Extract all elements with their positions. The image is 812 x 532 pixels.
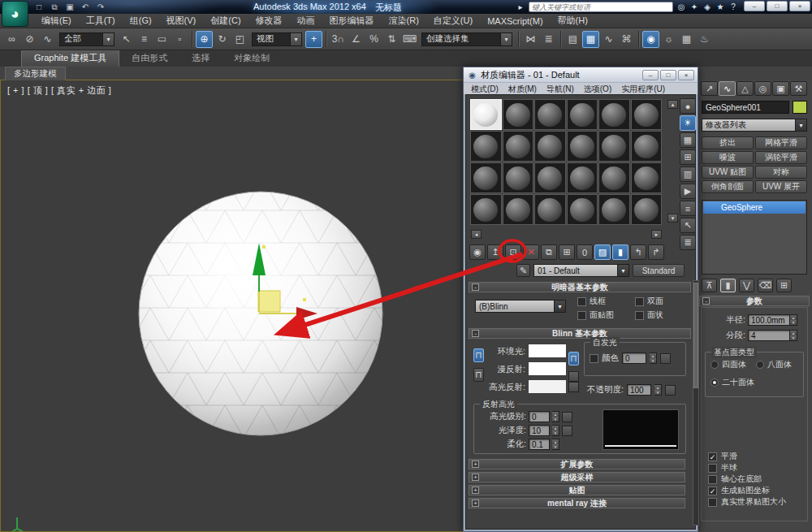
menu-item[interactable]: 组(G): [123, 13, 159, 28]
object-color-swatch[interactable]: [793, 101, 807, 114]
stack-item-geosphere[interactable]: GeoSphere: [703, 201, 806, 214]
options-icon[interactable]: ≡: [680, 201, 696, 216]
menu-item[interactable]: 工具(T): [79, 13, 123, 28]
shader-rollout-header[interactable]: -明暗器基本参数: [469, 282, 691, 292]
checkbox[interactable]: [635, 297, 644, 306]
spinner-snap-icon[interactable]: ⇅: [383, 31, 400, 48]
material-slot[interactable]: [598, 194, 630, 225]
checkbox[interactable]: [708, 498, 717, 507]
ribbon-tab[interactable]: 自由形式: [119, 50, 179, 67]
chevron-down-icon[interactable]: ▾: [617, 265, 628, 276]
material-slot[interactable]: [470, 131, 502, 162]
expand-icon[interactable]: +: [472, 487, 479, 494]
material-slot[interactable]: [598, 131, 630, 162]
search-input[interactable]: [529, 2, 673, 12]
menu-item[interactable]: 图形编辑器: [322, 13, 382, 28]
layer-manager-icon[interactable]: ▤: [564, 31, 581, 48]
show-in-viewport-icon[interactable]: ▨: [594, 244, 611, 260]
collapse-icon[interactable]: -: [472, 330, 479, 337]
material-slot[interactable]: [503, 99, 534, 130]
reference-coordinate-combo[interactable]: 视图▾: [252, 32, 302, 46]
material-slot[interactable]: [598, 99, 630, 130]
menu-item[interactable]: 自定义(U): [426, 13, 480, 28]
me-close-button[interactable]: ×: [678, 70, 694, 80]
sample-type-icon[interactable]: ●: [680, 98, 696, 114]
schematic-view-icon[interactable]: ⌘: [618, 31, 635, 48]
material-slot[interactable]: [598, 162, 630, 193]
parameter-checkbox-row[interactable]: 半球: [708, 462, 804, 474]
menu-item[interactable]: 渲染(R): [382, 13, 426, 28]
radio-off[interactable]: [756, 361, 764, 369]
tab-motion[interactable]: ◎: [754, 81, 771, 96]
get-material-icon[interactable]: ◉: [469, 244, 486, 260]
menu-item[interactable]: 修改器: [248, 13, 290, 28]
minimize-button[interactable]: –: [744, 1, 765, 11]
select-object-icon[interactable]: ↖: [118, 31, 135, 48]
material-slot[interactable]: [567, 162, 598, 193]
diffuse-map-button[interactable]: [568, 371, 579, 382]
rollout-collapsed[interactable]: +超级采样: [469, 472, 685, 482]
rendered-frame-window-icon[interactable]: ▦: [678, 31, 695, 48]
me-scrollbar-thumb[interactable]: [693, 283, 698, 388]
tab-modify[interactable]: ∿: [719, 81, 736, 96]
material-slot[interactable]: [503, 131, 534, 162]
reset-map-icon[interactable]: ✕: [523, 244, 539, 260]
parameters-rollout-header[interactable]: -参数: [699, 296, 810, 306]
select-and-rotate-icon[interactable]: ↻: [214, 31, 231, 48]
segments-input[interactable]: 4: [748, 330, 790, 341]
shader-option[interactable]: 面贴图: [577, 309, 632, 321]
select-and-scale-icon[interactable]: ◰: [231, 31, 248, 48]
background-icon[interactable]: ▦: [680, 132, 696, 148]
material-slot[interactable]: [503, 162, 534, 193]
new-icon[interactable]: □: [32, 2, 45, 13]
select-and-manipulate-icon[interactable]: +: [305, 31, 322, 48]
opacity-value[interactable]: 100: [627, 384, 651, 396]
me-maximize-button[interactable]: □: [660, 70, 676, 80]
me-scrollbar[interactable]: [693, 280, 699, 526]
redo-icon[interactable]: ↷: [94, 2, 107, 13]
help-icon[interactable]: ?: [728, 2, 739, 11]
render-setup-icon[interactable]: ☼: [660, 31, 677, 48]
material-editor-icon[interactable]: ◉: [642, 31, 659, 48]
scroll-left-icon[interactable]: ◂: [471, 230, 482, 239]
me-menu-item[interactable]: 实用程序(U): [616, 83, 670, 94]
radio-off[interactable]: [710, 361, 719, 369]
self-illum-spinner[interactable]: ▴▾: [650, 353, 657, 364]
modifier-list-combo[interactable]: 修改器列表▾: [702, 119, 807, 132]
pick-material-dropper-icon[interactable]: ✎: [516, 264, 530, 277]
render-production-icon[interactable]: ♨: [696, 31, 713, 48]
me-menu-item[interactable]: 导航(N): [542, 83, 579, 94]
percent-snap-icon[interactable]: %: [365, 31, 382, 48]
signin-icon[interactable]: ◈: [702, 2, 713, 11]
modifier-button[interactable]: 涡轮平滑: [755, 151, 807, 164]
me-minimize-button[interactable]: –: [642, 70, 659, 80]
material-slot[interactable]: [631, 99, 663, 130]
menu-item[interactable]: 创建(C): [203, 13, 248, 28]
material-slot[interactable]: [567, 131, 598, 162]
menu-item[interactable]: MAXScript(M): [480, 15, 550, 28]
video-check-icon[interactable]: ▥: [680, 167, 696, 182]
opacity-map-button[interactable]: [665, 385, 676, 396]
segments-spinner[interactable]: ▴▾: [790, 330, 797, 341]
chevron-down-icon[interactable]: ▾: [795, 119, 806, 131]
material-slot[interactable]: [534, 162, 566, 193]
app-logo-icon[interactable]: ◕: [2, 1, 28, 27]
lock-maps-icon[interactable]: ⊓: [568, 352, 579, 365]
show-end-result-icon[interactable]: ▮: [612, 244, 628, 260]
save-icon[interactable]: ▣: [63, 2, 76, 13]
expand-icon[interactable]: +: [472, 474, 479, 481]
lock-diffuse-specular-icon[interactable]: ⊓: [473, 368, 484, 382]
material-editor-titlebar[interactable]: ◉ 材质编辑器 - 01 - Default – □ ×: [464, 67, 698, 82]
menu-item[interactable]: 视图(V): [159, 13, 204, 28]
window-crossing-icon[interactable]: ▫: [171, 31, 188, 48]
search-icon[interactable]: ◎: [676, 2, 687, 11]
scroll-down-icon[interactable]: ▾: [667, 214, 678, 223]
material-name-combo[interactable]: 01 - Default▾: [533, 264, 629, 277]
modifier-button[interactable]: 倒角剖面: [702, 180, 754, 193]
curve-editor-icon[interactable]: ∿: [600, 31, 617, 48]
material-slot[interactable]: [631, 131, 663, 162]
parameter-checkbox-row[interactable]: ✓生成贴图坐标: [708, 485, 804, 496]
collapse-icon[interactable]: -: [702, 297, 710, 305]
lock-ambient-diffuse-icon[interactable]: ⊓: [473, 348, 484, 362]
favorites-icon[interactable]: ★: [715, 2, 726, 11]
